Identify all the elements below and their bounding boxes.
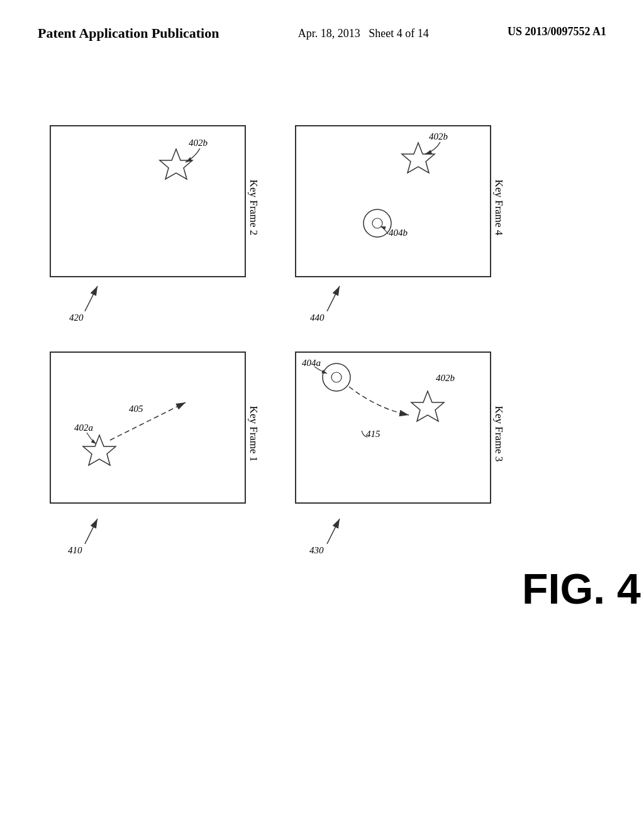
label-415-kf3: 415 (366, 429, 380, 439)
kf2-label: Key Frame 2 (248, 180, 260, 236)
label-430: 430 (309, 545, 324, 555)
svg-marker-1 (160, 149, 192, 179)
label-402b-kf2: 402b (189, 138, 208, 148)
label-404b-kf4: 404b (389, 228, 408, 238)
svg-line-7 (327, 286, 340, 311)
svg-marker-15 (411, 391, 444, 421)
label-402b-kf3: 402b (436, 373, 455, 383)
label-404a-kf3: 404a (302, 358, 321, 368)
label-405-kf1: 405 (129, 404, 143, 414)
svg-rect-12 (296, 352, 491, 503)
label-420: 420 (69, 313, 84, 323)
star-kf2 (160, 149, 192, 179)
svg-rect-3 (296, 126, 491, 277)
svg-rect-0 (50, 126, 245, 277)
star-kf4 (402, 143, 435, 173)
label-402b-kf4: 402b (429, 131, 448, 141)
svg-marker-4 (402, 143, 435, 173)
svg-line-11 (85, 519, 97, 544)
label-410: 410 (68, 545, 82, 555)
main-diagram: Key Frame 2 402b 420 Key Frame 4 402b 40… (0, 0, 644, 830)
svg-line-16 (327, 519, 340, 544)
kf3-label: Key Frame 3 (493, 406, 505, 462)
svg-line-10 (110, 402, 186, 440)
star-kf3 (411, 391, 444, 421)
svg-point-14 (331, 372, 341, 382)
label-440: 440 (310, 313, 325, 323)
label-402a-kf1: 402a (74, 423, 93, 433)
kf1-label: Key Frame 1 (248, 406, 260, 462)
kf4-label: Key Frame 4 (493, 180, 505, 236)
fig-label: FIG. 4 (522, 565, 641, 612)
svg-line-2 (85, 286, 97, 311)
svg-point-13 (323, 363, 350, 391)
